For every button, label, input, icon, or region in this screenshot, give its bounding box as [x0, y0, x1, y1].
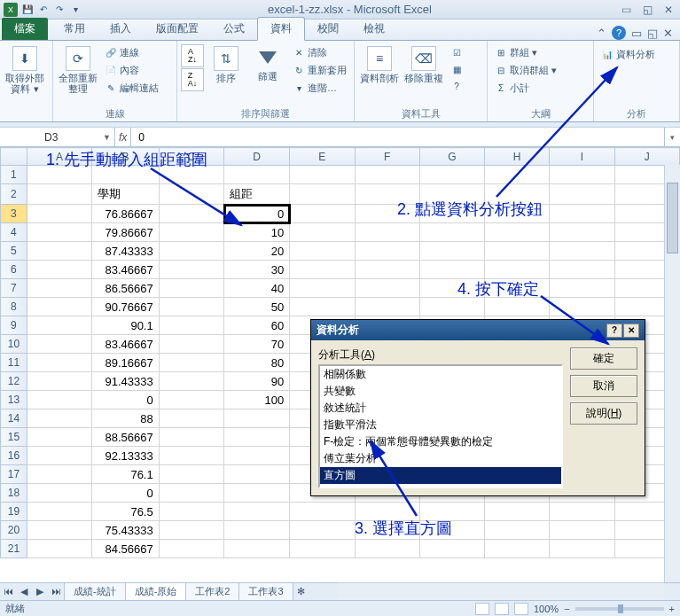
- text-to-columns-button[interactable]: ≡ 資料剖析: [358, 43, 401, 83]
- cell[interactable]: [419, 540, 484, 558]
- whatif-button[interactable]: ?: [447, 78, 466, 94]
- refresh-all-button[interactable]: ⟳ 全部重新整理: [57, 43, 99, 94]
- cell[interactable]: 83.46667: [92, 335, 160, 354]
- row-header[interactable]: 19: [1, 503, 27, 521]
- cell[interactable]: [290, 205, 355, 223]
- cell[interactable]: [159, 540, 223, 558]
- column-header[interactable]: B: [92, 148, 160, 166]
- group-button[interactable]: ⊞群組 ▾: [491, 44, 560, 61]
- cell[interactable]: [159, 184, 223, 205]
- cell[interactable]: [224, 503, 290, 521]
- cell[interactable]: [355, 242, 419, 261]
- cell[interactable]: [159, 166, 223, 184]
- undo-icon[interactable]: ↶: [37, 4, 50, 16]
- cell[interactable]: [550, 540, 614, 558]
- column-header[interactable]: F: [355, 148, 419, 166]
- cell[interactable]: [550, 503, 614, 521]
- filter-button[interactable]: 篩選: [247, 43, 287, 82]
- sheet-tab[interactable]: 成績-統計: [64, 583, 126, 601]
- row-header[interactable]: 1: [1, 166, 27, 184]
- cell[interactable]: [159, 354, 223, 372]
- cell[interactable]: [290, 521, 355, 540]
- dv-button[interactable]: ☑: [447, 44, 466, 60]
- subtotal-button[interactable]: Σ小計: [491, 80, 560, 97]
- cell[interactable]: [27, 447, 91, 465]
- cell[interactable]: 90: [224, 372, 290, 391]
- fx-expand-icon[interactable]: ▾: [664, 128, 680, 146]
- cell[interactable]: [550, 298, 614, 316]
- clear-filter-button[interactable]: ✕清除: [289, 44, 350, 61]
- file-tab[interactable]: 檔案: [2, 18, 48, 40]
- column-header[interactable]: E: [290, 148, 355, 166]
- cell[interactable]: [550, 242, 614, 261]
- cell[interactable]: [159, 298, 223, 316]
- cell[interactable]: [485, 242, 550, 261]
- cell[interactable]: [159, 372, 223, 391]
- cell[interactable]: [27, 298, 91, 316]
- ribbon-tab[interactable]: 版面配置: [144, 18, 211, 40]
- ok-button[interactable]: 確定: [570, 347, 637, 370]
- row-header[interactable]: 12: [1, 372, 27, 391]
- cell[interactable]: [159, 223, 223, 242]
- cell[interactable]: [224, 540, 290, 558]
- sheet-nav-button[interactable]: ⏭: [48, 586, 64, 597]
- restore-button[interactable]: ◱: [639, 4, 655, 16]
- column-header[interactable]: D: [224, 148, 290, 166]
- ribbon-min-icon[interactable]: ⌃: [597, 27, 606, 40]
- sheet-nav-button[interactable]: ◀: [16, 586, 32, 597]
- edit-links-button[interactable]: ✎編輯連結: [101, 80, 162, 97]
- cell[interactable]: [290, 242, 355, 261]
- connections-button[interactable]: 🔗連線: [101, 44, 162, 61]
- cell[interactable]: 91.43333: [92, 372, 160, 391]
- vertical-scrollbar[interactable]: [664, 165, 680, 582]
- remove-duplicates-button[interactable]: ⌫ 移除重複: [403, 43, 445, 83]
- sheet-tab[interactable]: 工作表2: [185, 583, 239, 601]
- cell[interactable]: [355, 261, 419, 279]
- zoom-out-button[interactable]: −: [564, 604, 569, 614]
- cell[interactable]: [485, 298, 550, 316]
- cell[interactable]: [27, 261, 91, 279]
- cell[interactable]: [419, 503, 484, 521]
- cell[interactable]: [355, 279, 419, 298]
- cell[interactable]: [290, 279, 355, 298]
- cell[interactable]: [550, 184, 614, 205]
- cell[interactable]: 75.43333: [92, 521, 160, 540]
- cell[interactable]: [27, 391, 91, 409]
- window-restore2-icon[interactable]: ◱: [647, 27, 658, 40]
- row-header[interactable]: 2: [1, 184, 27, 205]
- row-header[interactable]: 16: [1, 447, 27, 465]
- cancel-button[interactable]: 取消: [570, 375, 637, 397]
- cell[interactable]: [355, 503, 419, 521]
- cell[interactable]: [290, 298, 355, 316]
- row-header[interactable]: 11: [1, 354, 27, 372]
- ribbon-tab[interactable]: 校閱: [305, 18, 351, 40]
- cell[interactable]: 60: [224, 316, 290, 335]
- cell[interactable]: [159, 447, 223, 465]
- cell[interactable]: [159, 409, 223, 428]
- cell[interactable]: [355, 298, 419, 316]
- cell[interactable]: [27, 316, 91, 335]
- cell[interactable]: [550, 279, 614, 298]
- external-data-button[interactable]: ⬇ 取得外部 資料 ▾: [4, 43, 46, 94]
- cell[interactable]: [27, 166, 91, 184]
- cell[interactable]: 80: [224, 354, 290, 372]
- cell[interactable]: [419, 184, 484, 205]
- cell[interactable]: 70: [224, 335, 290, 354]
- cell[interactable]: 0: [92, 391, 160, 409]
- cell[interactable]: 10: [224, 223, 290, 242]
- cell[interactable]: [485, 223, 550, 242]
- cell[interactable]: 40: [224, 279, 290, 298]
- cell[interactable]: [419, 521, 484, 540]
- cell[interactable]: 79.86667: [92, 223, 160, 242]
- cell[interactable]: [355, 223, 419, 242]
- zoom-in-button[interactable]: +: [669, 604, 675, 614]
- row-header[interactable]: 7: [1, 279, 27, 298]
- reapply-button[interactable]: ↻重新套用: [289, 62, 350, 79]
- cell[interactable]: [224, 484, 290, 503]
- window-close2-icon[interactable]: ✕: [663, 27, 673, 40]
- cell[interactable]: [159, 428, 223, 447]
- cell[interactable]: [419, 298, 484, 316]
- sheet-tab[interactable]: 工作表3: [238, 583, 293, 601]
- cell[interactable]: [27, 184, 91, 205]
- cell[interactable]: [27, 540, 91, 558]
